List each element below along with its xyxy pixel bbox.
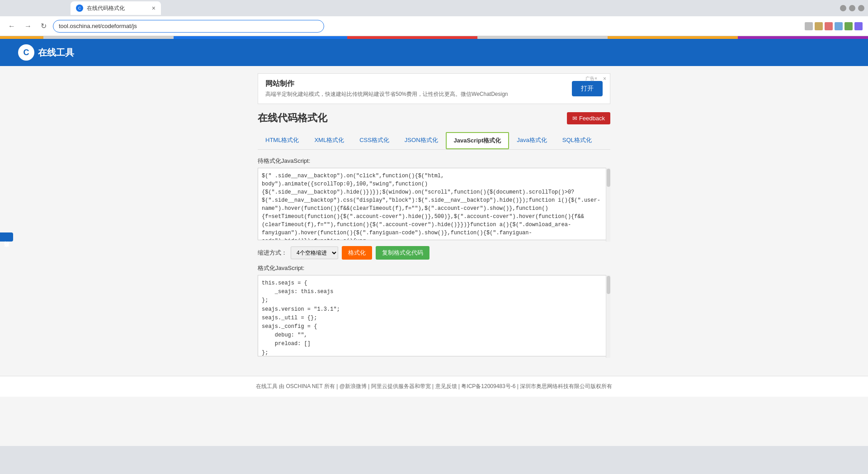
output-textarea[interactable]: [258, 275, 610, 356]
output-scrollbar-thumb[interactable]: [607, 276, 610, 294]
output-label: 格式化JavaScript:: [258, 264, 610, 272]
ad-title: 网站制作: [265, 79, 572, 89]
tab-json[interactable]: JSON格式化: [397, 132, 446, 149]
browser-titlebar: C 在线代码格式化 ×: [0, 0, 868, 16]
indent-select[interactable]: 2个空格缩进 4个空格缩进 Tab缩进: [291, 246, 338, 259]
format-options-row: 缩进方式： 2个空格缩进 4个空格缩进 Tab缩进 格式化 复制格式化代码: [258, 246, 610, 260]
footer-text: 在线工具 由 OSCHINA NET 所有 | @新浪微博 | 阿里云提供服务器…: [256, 383, 612, 389]
refresh-btn[interactable]: ↻: [38, 20, 49, 32]
page-title-row: 在线代码格式化 ✉ Feedback: [258, 111, 610, 125]
toolbar-icon-2: [815, 22, 823, 30]
maximize-btn[interactable]: [849, 5, 855, 11]
output-section: 格式化JavaScript:: [258, 264, 610, 358]
share-btn[interactable]: 分享按钮: [0, 232, 13, 242]
format-label: 缩进方式：: [258, 249, 287, 257]
toolbar-icon-4: [835, 22, 843, 30]
input-textarea[interactable]: [258, 168, 610, 240]
address-input[interactable]: [59, 23, 318, 29]
browser-toolbar: ← → ↻: [0, 16, 868, 36]
toolbar-icon-3: [825, 22, 833, 30]
close-btn[interactable]: [858, 5, 864, 11]
tab-sql[interactable]: SQL格式化: [555, 132, 599, 149]
forward-btn[interactable]: →: [22, 20, 34, 32]
tab-icon: C: [76, 5, 83, 12]
input-label: 待格式化JavaScript:: [258, 157, 610, 165]
logo-text: 在线工具: [38, 47, 74, 59]
toolbar-icon-1: [805, 22, 813, 30]
ad-label: 广告×: [585, 76, 597, 82]
tab-javascript[interactable]: JavaScript格式化: [446, 132, 509, 149]
address-bar[interactable]: [53, 20, 324, 33]
site-footer: 在线工具 由 OSCHINA NET 所有 | @新浪微博 | 阿里云提供服务器…: [0, 376, 868, 397]
ad-container: 广告× 网站制作 高端半定制化建站模式，快速建站比传统网站建设节省50%费用，让…: [258, 73, 610, 104]
page-content: C 在线工具 广告× 网站制作 高端半定制化建站模式，快速建站比传统网站建设节省…: [0, 39, 868, 446]
toolbar-icon-6: [854, 22, 863, 30]
ad-close-btn[interactable]: ×: [603, 76, 606, 82]
copy-btn[interactable]: 复制格式化代码: [376, 246, 429, 260]
main-area: 在线代码格式化 ✉ Feedback HTML格式化 XML格式化 CSS格式化…: [258, 111, 610, 367]
ad-desc: 高端半定制化建站模式，快速建站比传统网站建设节省50%费用，让性价比更高。微信W…: [265, 90, 572, 98]
tab-active[interactable]: C 在线代码格式化 ×: [71, 1, 161, 15]
logo-icon: C: [18, 44, 34, 61]
tab-inactive[interactable]: [4, 1, 67, 15]
browser-window: C 在线代码格式化 × ← → ↻ C: [0, 0, 868, 474]
input-section: 待格式化JavaScript:: [258, 157, 610, 242]
output-scrollbar[interactable]: [606, 275, 610, 358]
tab-java[interactable]: Java格式化: [509, 132, 554, 149]
site-logo: C 在线工具: [18, 44, 74, 61]
format-btn[interactable]: 格式化: [342, 246, 372, 260]
toolbar-icon-5: [844, 22, 853, 30]
ad-open-btn[interactable]: 打开: [572, 81, 603, 96]
toolbar-right: [805, 22, 863, 30]
feedback-btn[interactable]: ✉ Feedback: [567, 112, 610, 124]
input-scrollbar[interactable]: [606, 168, 610, 242]
tab-close-btn[interactable]: ×: [152, 5, 156, 12]
minimize-btn[interactable]: [840, 5, 846, 11]
site-header: C 在线工具: [0, 39, 868, 66]
tab-css[interactable]: CSS格式化: [352, 132, 397, 149]
ad-info: 网站制作 高端半定制化建站模式，快速建站比传统网站建设节省50%费用，让性价比更…: [265, 79, 572, 98]
page-title: 在线代码格式化: [258, 111, 327, 125]
ad-banner: 广告× 网站制作 高端半定制化建站模式，快速建站比传统网站建设节省50%费用，让…: [258, 73, 610, 104]
input-scrollbar-thumb[interactable]: [607, 169, 610, 187]
back-btn[interactable]: ←: [5, 20, 18, 32]
tab-xml[interactable]: XML格式化: [307, 132, 352, 149]
tabs-nav: HTML格式化 XML格式化 CSS格式化 JSON格式化 JavaScript…: [258, 132, 610, 150]
tab-title: 在线代码格式化: [87, 5, 148, 12]
tab-html[interactable]: HTML格式化: [258, 132, 307, 149]
